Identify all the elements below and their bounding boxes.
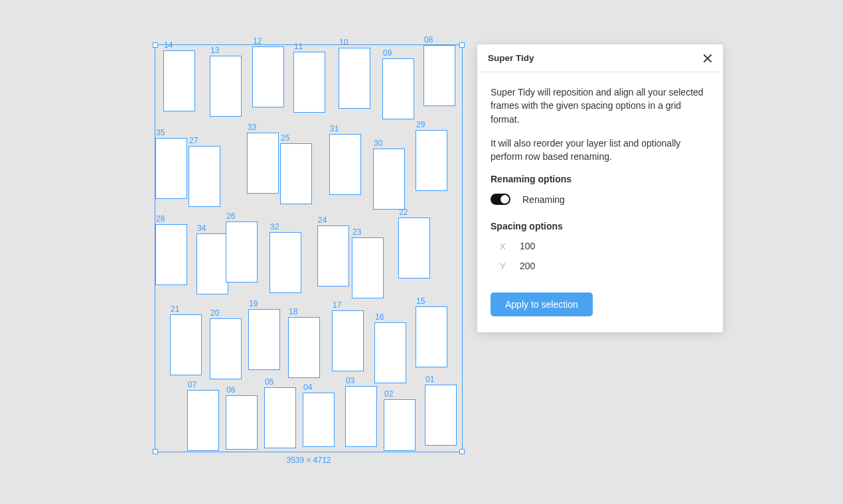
frame[interactable]: 33 bbox=[247, 133, 279, 194]
frame[interactable]: 01 bbox=[425, 385, 457, 446]
frame-label: 02 bbox=[384, 389, 393, 399]
frame-label: 07 bbox=[188, 380, 196, 389]
frame-label: 27 bbox=[189, 136, 198, 145]
frame[interactable]: 03 bbox=[345, 386, 377, 447]
frame-label: 15 bbox=[416, 296, 425, 306]
selection-handle-tl[interactable] bbox=[153, 42, 158, 48]
frame[interactable]: 24 bbox=[317, 225, 349, 286]
frame[interactable]: 29 bbox=[416, 130, 447, 191]
frame[interactable]: 05 bbox=[264, 387, 296, 448]
frame-label: 32 bbox=[270, 222, 279, 231]
frame-label: 25 bbox=[281, 133, 289, 143]
frame-label: 10 bbox=[339, 38, 348, 47]
frame[interactable]: 04 bbox=[303, 393, 335, 447]
frame-label: 22 bbox=[399, 208, 408, 217]
frame[interactable]: 17 bbox=[332, 310, 364, 371]
frame-label: 06 bbox=[226, 385, 235, 395]
frame-label: 01 bbox=[425, 375, 434, 384]
frame-label: 34 bbox=[197, 223, 206, 233]
frame-label: 18 bbox=[289, 307, 297, 316]
frame[interactable]: 28 bbox=[155, 224, 187, 285]
frame[interactable]: 02 bbox=[384, 399, 416, 451]
frame[interactable]: 16 bbox=[374, 322, 406, 383]
frame[interactable]: 21 bbox=[170, 314, 202, 375]
frame-label: 31 bbox=[330, 124, 339, 133]
frame[interactable]: 11 bbox=[293, 52, 325, 113]
frame-label: 08 bbox=[424, 35, 433, 44]
frame[interactable]: 31 bbox=[329, 134, 361, 195]
frame-label: 28 bbox=[156, 214, 165, 223]
frame[interactable]: 06 bbox=[226, 395, 258, 450]
frame[interactable]: 14 bbox=[163, 50, 195, 111]
frame-label: 13 bbox=[210, 46, 219, 55]
frame[interactable]: 23 bbox=[352, 237, 384, 298]
frame-label: 04 bbox=[303, 383, 312, 392]
frame-label: 19 bbox=[249, 299, 258, 308]
panel-title: Super Tidy bbox=[488, 53, 534, 63]
renaming-toggle[interactable] bbox=[491, 194, 510, 205]
frame-label: 35 bbox=[156, 128, 165, 137]
renaming-options-title: Renaming options bbox=[491, 174, 710, 184]
spacing-options-title: Spacing options bbox=[491, 221, 710, 231]
frame-label: 16 bbox=[375, 312, 384, 322]
frame-label: 24 bbox=[318, 216, 327, 225]
spacing-y-label: Y bbox=[500, 261, 509, 271]
spacing-x-label: X bbox=[500, 241, 509, 251]
spacing-y-row[interactable]: Y 200 bbox=[491, 261, 710, 271]
selection-handle-bl[interactable] bbox=[153, 449, 158, 454]
frame-label: 12 bbox=[253, 36, 262, 46]
frame-label: 20 bbox=[210, 308, 219, 318]
frame-label: 14 bbox=[164, 40, 173, 50]
frame-label: 17 bbox=[333, 300, 341, 310]
frame[interactable]: 09 bbox=[382, 58, 414, 119]
frame[interactable]: 30 bbox=[373, 149, 405, 210]
frame[interactable]: 20 bbox=[210, 318, 242, 379]
frame-label: 03 bbox=[346, 376, 354, 385]
panel-description-1: Super Tidy will reposition and align all… bbox=[491, 86, 710, 126]
close-icon[interactable] bbox=[703, 54, 712, 63]
frame[interactable]: 08 bbox=[423, 45, 455, 106]
renaming-toggle-label: Renaming bbox=[522, 194, 565, 205]
frame[interactable]: 26 bbox=[226, 221, 258, 283]
frame-label: 05 bbox=[265, 377, 273, 387]
frame[interactable]: 34 bbox=[196, 233, 228, 294]
frame[interactable]: 12 bbox=[252, 46, 284, 107]
selection-handle-tr[interactable] bbox=[459, 42, 465, 48]
frame-label: 09 bbox=[383, 48, 392, 58]
frame-label: 26 bbox=[226, 212, 235, 221]
frame[interactable]: 35 bbox=[155, 138, 187, 199]
plugin-panel: Super Tidy Super Tidy will reposition an… bbox=[477, 44, 723, 332]
frame[interactable]: 25 bbox=[280, 143, 312, 204]
frame[interactable]: 18 bbox=[288, 317, 320, 378]
selection-handle-br[interactable] bbox=[459, 449, 465, 454]
spacing-x-row[interactable]: X 100 bbox=[491, 241, 710, 251]
frame-label: 23 bbox=[352, 227, 361, 237]
spacing-x-value[interactable]: 100 bbox=[520, 241, 535, 251]
frame[interactable]: 15 bbox=[416, 306, 447, 367]
frame[interactable]: 10 bbox=[339, 48, 370, 109]
frame[interactable]: 22 bbox=[398, 218, 430, 279]
frame[interactable]: 13 bbox=[210, 56, 242, 117]
frame-label: 33 bbox=[248, 123, 256, 132]
frame-label: 30 bbox=[374, 139, 382, 148]
frame-label: 21 bbox=[171, 304, 179, 314]
selection-dimensions: 3539 × 4712 bbox=[155, 456, 462, 465]
frame[interactable]: 27 bbox=[189, 146, 220, 207]
frame-label: 29 bbox=[416, 120, 425, 129]
frame[interactable]: 19 bbox=[248, 309, 280, 370]
panel-header: Super Tidy bbox=[477, 44, 723, 72]
selection-bounds[interactable]: 1413121110090835273325313029283426322423… bbox=[155, 44, 463, 452]
frame-label: 11 bbox=[294, 42, 303, 51]
frame[interactable]: 32 bbox=[269, 232, 301, 293]
frame[interactable]: 07 bbox=[187, 390, 219, 451]
apply-button[interactable]: Apply to selection bbox=[491, 292, 593, 316]
panel-description-2: It will also reorder your layer list and… bbox=[491, 137, 710, 164]
spacing-y-value[interactable]: 200 bbox=[520, 261, 535, 271]
